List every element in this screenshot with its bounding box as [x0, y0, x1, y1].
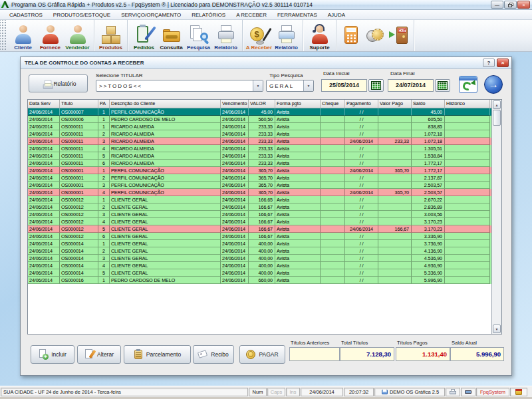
data-final-calendar-button[interactable] [435, 79, 450, 92]
table-row[interactable]: 24/06/2014OS0000071PERFIL COMUNICAÇÃO24/… [28, 108, 491, 116]
menu-item-produtos-estoque[interactable]: PRODUTOS/ESTOQUE [48, 12, 116, 18]
help-button[interactable]: ? [483, 59, 495, 67]
go-button[interactable]: → [484, 75, 503, 94]
cell-vencimento: 24/06/2014 [221, 174, 249, 182]
cell-valor: 400,00 [249, 262, 275, 269]
scroll-down-icon[interactable]: ▼ [493, 325, 501, 333]
table-row[interactable]: 24/06/2014OS0000116RICARDO ALMEIDA24/06/… [28, 160, 491, 167]
cell-pagamento: / / [345, 269, 378, 277]
data-final-field[interactable]: 24/07/2014 [388, 79, 434, 92]
cell-pagamento: / / [345, 130, 378, 138]
table-row[interactable]: 24/06/2014OS0000121CLIENTE GERAL24/06/20… [28, 196, 491, 203]
cell-historico [445, 196, 490, 203]
cell-pagamento: / / [345, 240, 378, 247]
cell-forma-pgto: Avista [275, 255, 321, 262]
table-row[interactable]: 24/06/2014OS0000011PERFIL COMUNICAÇÃO24/… [28, 167, 491, 174]
toolbar-a-receber[interactable]: $A Receber [245, 21, 273, 51]
table-row[interactable]: 24/06/2014OS0000145CLIENTE GERAL24/06/20… [28, 269, 491, 277]
recibo-button[interactable]: Recibo [193, 345, 234, 364]
toolbar-vendedor[interactable]: Vendedor [64, 21, 91, 51]
refresh-button[interactable] [459, 76, 477, 94]
cell-descricao-do-cliente: PERFIL COMUNICAÇÃO [110, 174, 221, 182]
toolbar-relatorio[interactable]: Relatório [212, 21, 239, 51]
toolbar-produtos[interactable]: Produtos [97, 21, 124, 51]
toolbar-cliente[interactable]: Cliente [9, 21, 37, 51]
cell-pa: 1 [98, 123, 110, 130]
data-inicial-calendar-button[interactable] [368, 79, 384, 92]
toolbar-relatorio[interactable]: Relatório [273, 21, 300, 51]
cell-descricao-do-cliente: CLIENTE GERAL [110, 218, 221, 225]
table-row[interactable]: 24/06/2014OS0000113RICARDO ALMEIDA24/06/… [28, 138, 491, 145]
restore-button[interactable] [504, 1, 517, 9]
titular-select[interactable]: >>TODOS<< ▼ [96, 80, 263, 92]
table-row[interactable]: 24/06/2014OS0000114RICARDO ALMEIDA24/06/… [28, 145, 491, 152]
cell-data-serv: 24/06/2014 [28, 108, 60, 116]
table-row[interactable]: 24/06/2014OS0000144CLIENTE GERAL24/06/20… [28, 262, 491, 269]
data-inicial-label: Data Inicial [323, 70, 350, 76]
incluir-button[interactable]: +Incluir [31, 345, 74, 364]
cell-valor: 365,70 [249, 189, 275, 196]
scroll-up-icon[interactable]: ▲ [493, 100, 501, 109]
toolbar-exit-door[interactable]: EXIT [387, 21, 411, 51]
cell-valor: 166,65 [249, 196, 275, 203]
table-row[interactable]: 24/06/2014OS0000014PERFIL COMUNICAÇÃO24/… [28, 189, 491, 196]
menu-item-servico-orcamento[interactable]: SERVIÇO/ORÇAMENTO [116, 12, 186, 18]
table-row[interactable]: 24/06/2014OS0000143CLIENTE GERAL24/06/20… [28, 255, 491, 262]
child-close-button[interactable]: × [497, 59, 509, 67]
vertical-scrollbar[interactable]: ▲ ▼ [491, 100, 501, 334]
toolbar-calculator[interactable] [339, 21, 363, 51]
pagar-button[interactable]: PAGAR [239, 345, 285, 364]
menu-item-relatorios[interactable]: RELATÓRIOS [186, 12, 231, 18]
menu-item-cadastros[interactable]: CADASTROS [4, 12, 48, 18]
toolbar-coins[interactable] [363, 21, 387, 51]
table-row[interactable]: 24/06/2014OS0000013PERFIL COMUNICAÇÃO24/… [28, 182, 491, 189]
chevron-down-icon: ▼ [253, 80, 263, 91]
toolbar-fornece[interactable]: Fornece [37, 21, 64, 51]
cell-cheque [321, 138, 345, 145]
close-button[interactable]: × [517, 1, 530, 9]
toolbar-consulta[interactable]: Consulta [158, 21, 185, 51]
status-text: Ins [289, 389, 296, 395]
cell-pa: 1 [98, 116, 110, 123]
cell-titulo: OS000014 [60, 262, 98, 269]
report-button[interactable]: Relatório [29, 74, 88, 92]
cell-data-serv: 24/06/2014 [28, 167, 60, 174]
menu-item-ferramentas[interactable]: FERRAMENTAS [272, 12, 323, 18]
toolbar-pesquisa[interactable]: Pesquisa [185, 21, 212, 51]
table-row[interactable]: 24/06/2014OS0000123CLIENTE GERAL24/06/20… [28, 211, 491, 218]
table-row[interactable]: 24/06/2014OS0000126CLIENTE GERAL24/06/20… [28, 233, 491, 240]
table-row[interactable]: 24/06/2014OS0000142CLIENTE GERAL24/06/20… [28, 247, 491, 255]
cell-vencimento: 24/06/2014 [221, 116, 249, 123]
menu-item-ajuda[interactable]: AJUDA [323, 12, 350, 18]
cell-titulo: OS000001 [60, 182, 98, 189]
table-row[interactable]: 24/06/2014OS0000012PERFIL COMUNICAÇÃO24/… [28, 174, 491, 182]
person-blue-icon [13, 25, 33, 45]
cell-historico [445, 108, 490, 116]
toolbar-pedidos[interactable]: Pedidos [130, 21, 158, 51]
toolbar-suporte[interactable]: Suporte [306, 21, 333, 51]
tipo-pesquisa-select[interactable]: GERAL ▼ [266, 80, 314, 92]
cell-pa: 2 [98, 203, 110, 211]
table-row[interactable]: 24/06/2014OS0000122CLIENTE GERAL24/06/20… [28, 203, 491, 211]
table-row[interactable]: 24/06/2014OS0000111RICARDO ALMEIDA24/06/… [28, 123, 491, 130]
cell-pa: 4 [98, 145, 110, 152]
table-row[interactable]: 24/06/2014OS0000124CLIENTE GERAL24/06/20… [28, 218, 491, 225]
data-inicial-field[interactable]: 25/05/2014 [321, 79, 367, 92]
scrollbar-thumb[interactable] [493, 110, 501, 126]
table-row[interactable]: 24/06/2014OS0000161PEDRO CARDOSO DE MELO… [28, 277, 491, 284]
cell-valor-pago [378, 152, 412, 160]
table-row[interactable]: 24/06/2014OS0000125CLIENTE GERAL24/06/20… [28, 225, 491, 233]
minimize-button[interactable]: — [491, 1, 503, 9]
table-row[interactable]: 24/06/2014OS0000112RICARDO ALMEIDA24/06/… [28, 130, 491, 138]
alterar-button[interactable]: Alterar [77, 345, 121, 364]
parcelamento-button[interactable]: Parcelamento [124, 345, 191, 364]
toolbar-label: Vendedor [65, 45, 89, 51]
menu-item-a-receber[interactable]: A RECEBER [231, 12, 272, 18]
table-row[interactable]: 24/06/2014OS0000141CLIENTE GERAL24/06/20… [28, 240, 491, 247]
cell-descricao-do-cliente: CLIENTE GERAL [110, 262, 221, 269]
window-title: Programa OS Gráfica Rápida + Produtos v2… [11, 1, 313, 8]
cell-forma-pgto: Avista [275, 189, 321, 196]
cell-saldo: 3.003,56 [412, 211, 445, 218]
table-row[interactable]: 24/06/2014OS0000115RICARDO ALMEIDA24/06/… [28, 152, 491, 160]
table-row[interactable]: 24/06/2014OS0000061PEDRO CARDOSO DE MELO… [28, 116, 491, 123]
